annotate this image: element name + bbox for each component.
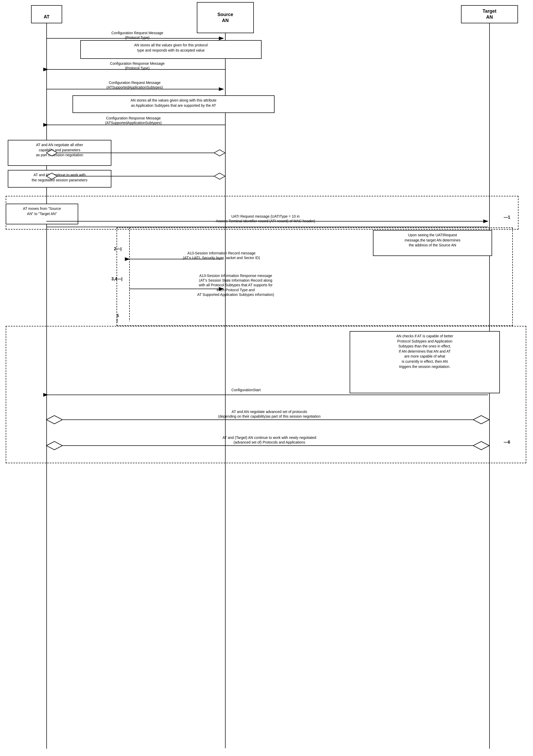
note-negotiated-session: AT and AN continue to work withthe negot… <box>8 170 111 188</box>
entity-source-an: SourceAN <box>197 2 254 33</box>
note-app-subtypes-store: AN stores all the values given along wit… <box>72 95 275 113</box>
label-configuration-start: ConfigurationStart <box>129 388 362 392</box>
entity-target-an: TargetAN <box>461 5 518 23</box>
note-protocol-type-store: AN stores all the values given for this … <box>80 40 262 59</box>
entity-at: AT <box>31 5 62 23</box>
label-negotiate-advanced: AT and AN negotiate advanced set of prot… <box>52 409 487 419</box>
step-2: 2—| <box>114 247 121 251</box>
step-1: —1 <box>504 215 510 220</box>
svg-marker-12 <box>214 173 225 179</box>
dashed-box-at-moves <box>6 196 519 230</box>
label-config-resp-protocol: Configuration Response Message(Protocol … <box>52 61 223 70</box>
label-a13-info-response: A13-Session Information Response message… <box>124 273 347 297</box>
note-negotiate-capability: AT and AN negotiate all othercapability … <box>8 140 111 166</box>
step-5: 5| <box>117 313 119 323</box>
label-config-resp-app: Configuration Response Message(ATSupport… <box>44 116 223 125</box>
label-a13-info-record: A13-Session Information Record message(A… <box>124 251 319 260</box>
label-continue-negotiated: AT and (Target) AN continue to work with… <box>52 435 487 445</box>
step-6: —6 <box>504 440 510 445</box>
svg-marker-9 <box>214 150 225 156</box>
label-uati-request: UATI Request message (UATIType = 10 inAc… <box>52 214 479 223</box>
step-34: 3,4—| <box>111 277 122 282</box>
label-config-req-app: Configuration Request Message(ATSupporte… <box>47 80 223 90</box>
label-config-req-protocol: Configuration Request Message(Protocol T… <box>52 31 223 40</box>
sequence-diagram: AT SourceAN TargetAN AN stores all the v… <box>0 0 533 756</box>
